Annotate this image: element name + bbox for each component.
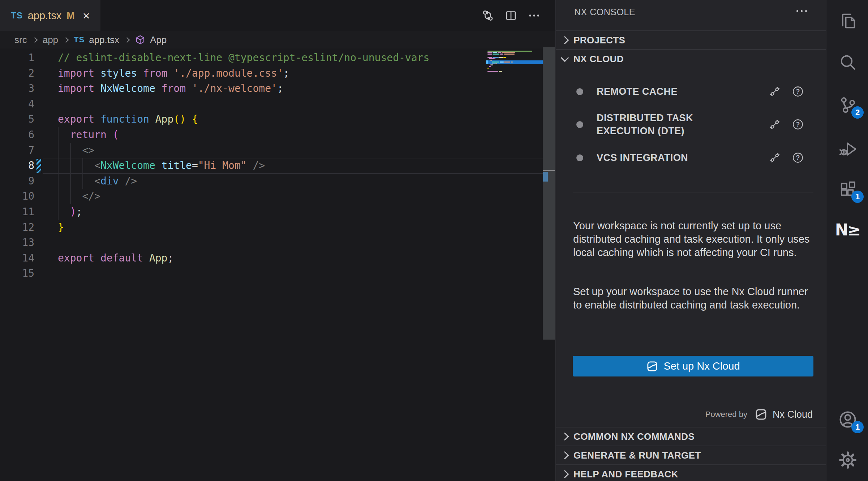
breadcrumb-item[interactable]: App [150, 34, 167, 46]
more-actions-icon[interactable] [527, 9, 541, 22]
section-projects[interactable]: PROJECTS [556, 30, 826, 49]
minimap-line [490, 64, 493, 65]
code-text: export function App() { [34, 112, 198, 127]
code-line-13: 13 [0, 235, 486, 251]
activity-run-and-debug-icon[interactable] [826, 130, 868, 166]
code-text: </> [34, 189, 100, 204]
code-text: } [34, 220, 64, 235]
breadcrumb-item[interactable]: src [14, 34, 27, 46]
minimap-line [500, 54, 503, 55]
code-text: // eslint-disable-next-line @typescript-… [34, 50, 429, 66]
section-nx-cloud[interactable]: NX CLOUD [556, 49, 826, 68]
minimap-line [498, 52, 501, 53]
minimap-line [499, 57, 503, 58]
chevron-right-icon [561, 433, 569, 441]
svg-text:?: ? [796, 121, 800, 128]
line-number: 5 [0, 112, 34, 127]
connect-icon[interactable] [769, 118, 781, 131]
nx-cloud-logo-icon [755, 408, 768, 421]
nx-cloud-brand-label: Nx Cloud [773, 409, 813, 420]
activity-accounts-icon[interactable]: 1 [826, 401, 868, 438]
help-icon[interactable]: ? [792, 118, 804, 131]
code-text: <div /> [34, 174, 137, 189]
minimap-line [493, 54, 499, 55]
minimap-line [490, 60, 492, 61]
minimap-line [489, 66, 491, 67]
connect-icon[interactable] [769, 85, 781, 98]
section-label: GENERATE & RUN TARGET [573, 450, 701, 461]
connect-icon[interactable] [769, 152, 781, 164]
tab-app-tsx[interactable]: TS app.tsx M × [0, 0, 100, 31]
breadcrumb[interactable]: srcappTSapp.tsxApp [0, 31, 555, 48]
close-icon[interactable]: × [83, 9, 90, 22]
help-icon[interactable]: ? [792, 85, 804, 98]
activity-search-icon[interactable] [826, 44, 868, 80]
breadcrumb-separator-icon [124, 37, 130, 43]
activity-extensions-icon[interactable]: 1 [826, 171, 868, 207]
code-text: <NxWelcome title="Hi Mom" /> [34, 158, 265, 174]
code-text [34, 235, 58, 251]
activity-explorer-icon[interactable] [826, 3, 868, 39]
breadcrumb-item[interactable]: app [43, 34, 58, 46]
activity-settings-icon[interactable] [826, 442, 868, 478]
vscode-window: TS app.tsx M × srcappTSapp.tsxApp 1// es… [0, 0, 868, 481]
open-changes-icon[interactable] [481, 9, 495, 22]
line-number: 4 [0, 97, 34, 112]
line-number: 14 [0, 251, 34, 266]
badge: 2 [851, 106, 864, 119]
editor-scrollbar[interactable] [543, 47, 555, 340]
minimap-line [493, 57, 499, 58]
chevron-right-icon [561, 451, 569, 460]
workspace-status-text: Your workspace is not currently set up t… [573, 219, 815, 259]
panel-more-actions-icon[interactable] [796, 10, 807, 12]
minimap-line [489, 58, 494, 59]
split-editor-icon[interactable] [504, 9, 518, 22]
section-label: PROJECTS [573, 35, 625, 46]
section-common-nx-commands[interactable]: COMMON NX COMMANDS [556, 427, 826, 446]
svg-text:?: ? [796, 88, 800, 95]
gutter-modified-marker-icon [36, 159, 41, 173]
line-number: 13 [0, 235, 34, 251]
minimap-line [487, 51, 532, 52]
code-line-4: 4 [0, 97, 486, 112]
code-editor[interactable]: 1// eslint-disable-next-line @typescript… [0, 48, 555, 481]
status-bullet-icon [576, 154, 583, 161]
code-text: ); [34, 204, 82, 220]
minimap-line [487, 57, 492, 58]
code-line-5: 5export function App() { [0, 112, 486, 127]
cloud-feature-row[interactable]: REMOTE CACHE? [556, 79, 826, 104]
line-number: 8 [0, 158, 34, 174]
badge: 1 [851, 421, 864, 433]
setup-nx-cloud-button[interactable]: Set up Nx Cloud [573, 356, 813, 376]
code-text: <> [34, 143, 94, 158]
code-line-8: 8 <NxWelcome title="Hi Mom" /> [0, 158, 486, 174]
minimap-line [487, 52, 492, 53]
powered-by-row: Powered by Nx Cloud [705, 408, 813, 421]
code-line-11: 11 ); [0, 204, 486, 220]
activity-bar: 21N≥1 [826, 0, 868, 481]
cloud-feature-row[interactable]: DISTRIBUTED TASK EXECUTION (DTE)? [556, 104, 826, 145]
section-help-and-feedback[interactable]: HELP AND FEEDBACK [556, 464, 826, 481]
powered-by-label: Powered by [705, 410, 747, 419]
nx-console-panel: NX CONSOLE PROJECTS NX CLOUD REMOTE CACH… [555, 0, 826, 481]
setup-hint-text: Set up your workspace to use the Nx Clou… [573, 285, 815, 312]
activity-nx-console-icon[interactable]: N≥ [826, 212, 868, 248]
minimap-line [511, 61, 513, 63]
section-generate-run-target[interactable]: GENERATE & RUN TARGET [556, 446, 826, 464]
section-label: COMMON NX COMMANDS [573, 431, 695, 442]
activity-source-control-icon[interactable]: 2 [826, 87, 868, 123]
tab-title: app.tsx [28, 10, 62, 22]
code-line-2: 2import styles from './app.module.css'; [0, 66, 486, 81]
line-number: 1 [0, 50, 34, 66]
code-line-1: 1// eslint-disable-next-line @typescript… [0, 50, 486, 66]
breadcrumb-item[interactable]: app.tsx [89, 34, 119, 46]
minimap-line [487, 71, 498, 72]
cloud-feature-row[interactable]: VCS INTEGRATION? [556, 145, 826, 171]
code-line-3: 3import NxWelcome from './nx-welcome'; [0, 81, 486, 97]
minimap-line [504, 61, 510, 63]
minimap[interactable] [486, 48, 543, 114]
overview-modified-marker [543, 172, 548, 182]
minimap-line [502, 52, 515, 53]
line-number: 10 [0, 189, 34, 204]
help-icon[interactable]: ? [792, 152, 804, 164]
